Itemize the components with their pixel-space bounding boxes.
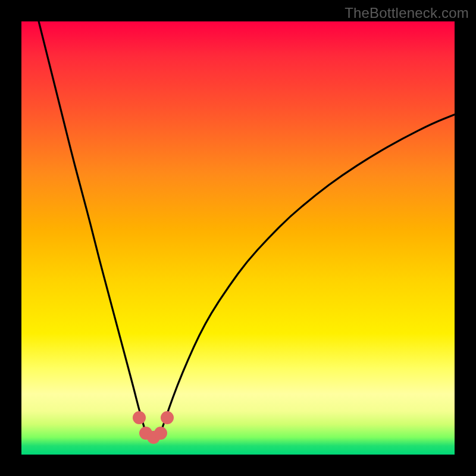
bottleneck-curve	[21, 21, 455, 455]
plot-area	[21, 21, 455, 455]
curve-marker	[161, 411, 174, 424]
watermark-text: TheBottleneck.com	[345, 5, 469, 21]
curve-marker	[154, 427, 167, 440]
curve-marker	[133, 411, 146, 424]
chart-frame: TheBottleneck.com	[0, 0, 476, 476]
